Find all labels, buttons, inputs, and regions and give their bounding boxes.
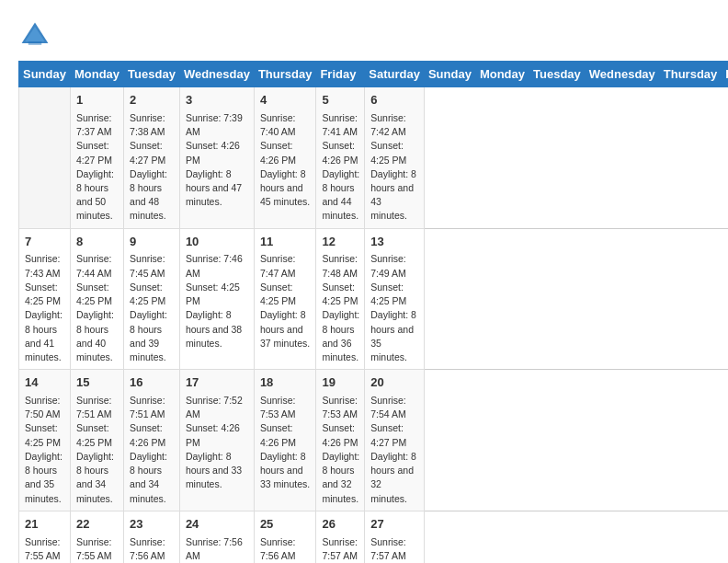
day-number: 4: [260, 92, 312, 109]
calendar-cell: 10Sunrise: 7:46 AMSunset: 4:25 PMDayligh…: [179, 228, 254, 370]
header-wednesday: Wednesday: [585, 62, 659, 87]
calendar-week-row: 7Sunrise: 7:43 AMSunset: 4:25 PMDaylight…: [19, 228, 729, 370]
calendar-week-row: 21Sunrise: 7:55 AMSunset: 4:27 PMDayligh…: [19, 511, 729, 563]
day-number: 18: [260, 374, 312, 392]
calendar-cell: 12Sunrise: 7:48 AMSunset: 4:25 PMDayligh…: [316, 228, 365, 370]
calendar-cell: 13Sunrise: 7:49 AMSunset: 4:25 PMDayligh…: [365, 228, 425, 370]
header-day-sunday: Sunday: [19, 62, 71, 87]
calendar-table: SundayMondayTuesdayWednesdayThursdayFrid…: [18, 61, 728, 563]
logo: [18, 18, 55, 52]
calendar-cell: 3Sunrise: 7:39 AMSunset: 4:26 PMDaylight…: [179, 87, 254, 229]
calendar-cell: 2Sunrise: 7:38 AMSunset: 4:27 PMDaylight…: [124, 87, 180, 229]
day-number: 25: [260, 516, 312, 534]
calendar-cell: 20Sunrise: 7:54 AMSunset: 4:27 PMDayligh…: [365, 370, 425, 511]
day-number: 6: [370, 92, 419, 109]
header-monday: Monday: [475, 62, 529, 87]
day-info: Sunrise: 7:55 AMSunset: 4:28 PMDaylight:…: [76, 535, 119, 563]
day-number: 11: [260, 234, 312, 251]
day-number: 24: [186, 516, 249, 534]
calendar-cell: 25Sunrise: 7:56 AMSunset: 4:30 PMDayligh…: [254, 511, 316, 563]
day-number: 10: [186, 234, 249, 251]
day-info: Sunrise: 7:47 AMSunset: 4:25 PMDaylight:…: [260, 252, 312, 350]
day-info: Sunrise: 7:50 AMSunset: 4:25 PMDaylight:…: [25, 394, 65, 506]
day-number: 21: [25, 516, 65, 534]
day-number: 9: [130, 234, 175, 251]
day-number: 2: [130, 92, 175, 109]
calendar-cell: 26Sunrise: 7:57 AMSunset: 4:30 PMDayligh…: [316, 511, 365, 563]
svg-rect-2: [28, 41, 41, 45]
calendar-cell: 19Sunrise: 7:53 AMSunset: 4:26 PMDayligh…: [316, 370, 365, 511]
calendar-cell: 7Sunrise: 7:43 AMSunset: 4:25 PMDaylight…: [19, 228, 71, 370]
day-info: Sunrise: 7:57 AMSunset: 4:30 PMDaylight:…: [322, 535, 359, 563]
calendar-cell: 6Sunrise: 7:42 AMSunset: 4:25 PMDaylight…: [365, 87, 425, 229]
day-info: Sunrise: 7:51 AMSunset: 4:26 PMDaylight:…: [130, 394, 175, 506]
calendar-cell: 14Sunrise: 7:50 AMSunset: 4:25 PMDayligh…: [19, 370, 71, 511]
day-number: 26: [322, 516, 359, 534]
calendar-cell: 4Sunrise: 7:40 AMSunset: 4:26 PMDaylight…: [254, 87, 316, 229]
day-info: Sunrise: 7:57 AMSunset: 4:31 PMDaylight:…: [370, 535, 419, 563]
day-number: 16: [130, 374, 175, 392]
day-info: Sunrise: 7:40 AMSunset: 4:26 PMDaylight:…: [260, 111, 312, 210]
calendar-cell: 1Sunrise: 7:37 AMSunset: 4:27 PMDaylight…: [70, 87, 123, 229]
calendar-cell: 23Sunrise: 7:56 AMSunset: 4:28 PMDayligh…: [124, 511, 180, 563]
calendar-cell: 18Sunrise: 7:53 AMSunset: 4:26 PMDayligh…: [254, 370, 316, 511]
day-info: Sunrise: 7:39 AMSunset: 4:26 PMDaylight:…: [186, 111, 249, 210]
header-day-monday: Monday: [70, 62, 123, 87]
day-number: 8: [76, 234, 119, 251]
day-number: 19: [322, 374, 359, 392]
calendar-cell: 5Sunrise: 7:41 AMSunset: 4:26 PMDaylight…: [316, 87, 365, 229]
day-number: 5: [322, 92, 359, 109]
calendar-week-row: 14Sunrise: 7:50 AMSunset: 4:25 PMDayligh…: [19, 370, 729, 511]
day-number: 20: [370, 374, 419, 392]
day-info: Sunrise: 7:54 AMSunset: 4:27 PMDaylight:…: [370, 394, 419, 506]
day-info: Sunrise: 7:37 AMSunset: 4:27 PMDaylight:…: [76, 111, 119, 224]
day-info: Sunrise: 7:52 AMSunset: 4:26 PMDaylight:…: [186, 394, 249, 492]
header-tuesday: Tuesday: [529, 62, 586, 87]
day-number: 23: [130, 516, 175, 534]
day-info: Sunrise: 7:41 AMSunset: 4:26 PMDaylight:…: [322, 111, 359, 224]
logo-icon: [18, 18, 51, 52]
day-number: 22: [76, 516, 119, 534]
calendar-cell: 16Sunrise: 7:51 AMSunset: 4:26 PMDayligh…: [124, 370, 180, 511]
calendar-cell: 27Sunrise: 7:57 AMSunset: 4:31 PMDayligh…: [365, 511, 425, 563]
day-number: 15: [76, 374, 119, 392]
day-number: 3: [186, 92, 249, 109]
calendar-week-row: 1Sunrise: 7:37 AMSunset: 4:27 PMDaylight…: [19, 87, 729, 229]
day-info: Sunrise: 7:55 AMSunset: 4:27 PMDaylight:…: [25, 535, 65, 563]
header-friday: Friday: [722, 62, 728, 87]
day-info: Sunrise: 7:43 AMSunset: 4:25 PMDaylight:…: [25, 252, 65, 364]
calendar-cell: 17Sunrise: 7:52 AMSunset: 4:26 PMDayligh…: [179, 370, 254, 511]
header-day-saturday: Saturday: [365, 62, 425, 87]
day-info: Sunrise: 7:53 AMSunset: 4:26 PMDaylight:…: [260, 394, 312, 492]
header-day-friday: Friday: [316, 62, 365, 87]
day-info: Sunrise: 7:48 AMSunset: 4:25 PMDaylight:…: [322, 252, 359, 364]
day-info: Sunrise: 7:56 AMSunset: 4:28 PMDaylight:…: [130, 535, 175, 563]
header-day-wednesday: Wednesday: [179, 62, 254, 87]
header-sunday: Sunday: [424, 62, 475, 87]
calendar-header-row: SundayMondayTuesdayWednesdayThursdayFrid…: [19, 62, 729, 87]
calendar-cell: 21Sunrise: 7:55 AMSunset: 4:27 PMDayligh…: [19, 511, 71, 563]
day-number: 12: [322, 234, 359, 251]
day-info: Sunrise: 7:56 AMSunset: 4:30 PMDaylight:…: [260, 535, 312, 563]
calendar-cell: [19, 87, 71, 229]
day-info: Sunrise: 7:45 AMSunset: 4:25 PMDaylight:…: [130, 252, 175, 364]
page-header: [18, 18, 710, 52]
day-info: Sunrise: 7:51 AMSunset: 4:25 PMDaylight:…: [76, 394, 119, 506]
day-number: 13: [370, 234, 419, 251]
calendar-cell: 9Sunrise: 7:45 AMSunset: 4:25 PMDaylight…: [124, 228, 180, 370]
day-number: 14: [25, 374, 65, 392]
day-number: 17: [186, 374, 249, 392]
calendar-cell: 22Sunrise: 7:55 AMSunset: 4:28 PMDayligh…: [70, 511, 123, 563]
day-number: 27: [370, 516, 419, 534]
header-thursday: Thursday: [659, 62, 722, 87]
calendar-cell: 8Sunrise: 7:44 AMSunset: 4:25 PMDaylight…: [70, 228, 123, 370]
day-info: Sunrise: 7:53 AMSunset: 4:26 PMDaylight:…: [322, 394, 359, 506]
header-day-thursday: Thursday: [254, 62, 316, 87]
day-info: Sunrise: 7:46 AMSunset: 4:25 PMDaylight:…: [186, 252, 249, 350]
day-info: Sunrise: 7:42 AMSunset: 4:25 PMDaylight:…: [370, 111, 419, 224]
day-info: Sunrise: 7:49 AMSunset: 4:25 PMDaylight:…: [370, 252, 419, 364]
calendar-cell: 15Sunrise: 7:51 AMSunset: 4:25 PMDayligh…: [70, 370, 123, 511]
calendar-cell: 24Sunrise: 7:56 AMSunset: 4:29 PMDayligh…: [179, 511, 254, 563]
day-info: Sunrise: 7:38 AMSunset: 4:27 PMDaylight:…: [130, 111, 175, 224]
day-info: Sunrise: 7:44 AMSunset: 4:25 PMDaylight:…: [76, 252, 119, 364]
